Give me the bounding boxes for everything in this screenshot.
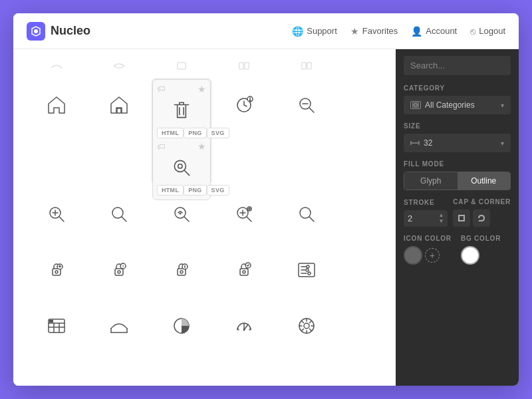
zoom-out-icon xyxy=(296,94,317,116)
svg-point-28 xyxy=(180,213,182,215)
search-icon xyxy=(108,203,130,225)
clock-alert-icon xyxy=(233,94,255,116)
hover-card-icon xyxy=(168,97,195,124)
size-dropdown[interactable]: 32 ▾ xyxy=(404,134,511,152)
svg-rect-83 xyxy=(416,102,419,104)
logo-text: Nucleo xyxy=(51,24,90,38)
icon-cell-home2[interactable] xyxy=(89,78,149,132)
svg-point-45 xyxy=(180,271,183,273)
table-icon xyxy=(46,315,67,336)
search-input[interactable] xyxy=(404,56,511,75)
cap-corner-label: CAP & CORNER xyxy=(453,198,511,205)
tag-icon: 🏷 xyxy=(157,84,166,94)
nav-account[interactable]: 👤 Account xyxy=(411,26,457,37)
svg-line-37 xyxy=(309,217,314,221)
icon-cell-zoom-in-alt[interactable] xyxy=(214,188,274,241)
icon-cell-lock-secure[interactable] xyxy=(214,243,274,297)
svg-line-78 xyxy=(302,321,304,323)
home-outline2-icon xyxy=(108,94,130,116)
icon-cell-settings-circle[interactable] xyxy=(277,299,336,352)
icon-cell-pie[interactable] xyxy=(152,299,211,352)
icon-cell-trash-expanded[interactable]: 🏷 ★ xyxy=(152,78,211,185)
bg-color-swatch-wrap xyxy=(461,246,501,265)
icon-cell-controls[interactable] xyxy=(277,243,336,297)
category-dropdown[interactable]: All Categories ▾ xyxy=(404,96,511,114)
icon-color-group: ICON COLOR + xyxy=(404,235,452,265)
stroke-value: 2 xyxy=(408,213,436,223)
icon-cell-zoom-out[interactable] xyxy=(277,78,336,132)
fill-mode-section: FILL MODE Glyph Outline xyxy=(404,160,511,190)
svg-download-btn[interactable]: SVG xyxy=(207,128,229,138)
svg-point-39 xyxy=(55,271,58,273)
icon-cell-empty2 xyxy=(339,188,396,241)
nav-links: 🌐 Support ★ Favorites 👤 Account ⎋ Logout xyxy=(292,26,505,37)
svg-rect-6 xyxy=(307,63,311,69)
icon-cell-home1[interactable] xyxy=(27,78,86,132)
icon-color-swatch-wrap: + xyxy=(404,246,452,265)
category-caret-icon: ▾ xyxy=(501,102,504,109)
partial-icon-5 xyxy=(277,56,336,76)
cap-corner-group: CAP & CORNER xyxy=(453,198,511,227)
icon-cell-lock-geo2[interactable] xyxy=(89,243,149,297)
star-empty-icon[interactable]: ★ xyxy=(198,84,206,94)
star-fav-icon[interactable]: ★ xyxy=(198,141,206,152)
svg-rect-84 xyxy=(412,106,415,108)
icon-grid: 🏷 ★ xyxy=(27,78,382,352)
svg-line-30 xyxy=(247,217,251,221)
icon-cell-dial[interactable] xyxy=(214,299,274,352)
hover-card: 🏷 ★ xyxy=(152,79,211,200)
fill-mode-buttons: Glyph Outline xyxy=(404,172,511,190)
icon-cell-zoom-in[interactable] xyxy=(27,188,86,241)
square-cap-icon xyxy=(457,213,466,223)
resize-icon xyxy=(410,140,420,146)
stroke-up-icon[interactable]: ▲ xyxy=(438,213,444,218)
icon-color-swatch[interactable] xyxy=(404,246,422,265)
partial-icon-2 xyxy=(89,56,149,76)
icon-cell-clock-alert[interactable] xyxy=(214,78,274,132)
lock-geo1-icon xyxy=(46,259,67,281)
lock-secure-icon xyxy=(233,259,255,281)
logo-area: Nucleo xyxy=(27,22,292,41)
icon-cell-bridge[interactable] xyxy=(89,299,149,352)
settings-circle-icon xyxy=(296,315,317,336)
add-color-btn[interactable]: + xyxy=(425,248,440,263)
lock-geo2-icon xyxy=(108,259,130,281)
svg-rect-4 xyxy=(245,63,249,69)
svg-download-btn2[interactable]: SVG xyxy=(207,185,229,196)
partial-icon-4 xyxy=(214,56,274,76)
grid-icon xyxy=(412,102,419,108)
nav-logout[interactable]: ⎋ Logout xyxy=(470,26,505,37)
bg-color-swatch[interactable] xyxy=(461,246,479,265)
icon-cell-search-alt[interactable] xyxy=(277,188,336,241)
png-download-btn2[interactable]: PNG xyxy=(184,185,206,196)
nav-support[interactable]: 🌐 Support xyxy=(292,26,337,37)
cap-btn-round[interactable] xyxy=(473,209,490,227)
icon-grid-area[interactable]: 🏷 ★ xyxy=(13,49,396,386)
icon-cell-lock-padlock[interactable] xyxy=(152,243,211,297)
hover-card-buttons2: HTML PNG SVG xyxy=(157,185,206,196)
pie-chart-icon xyxy=(171,315,192,336)
svg-rect-5 xyxy=(302,63,306,69)
cap-btn-square[interactable] xyxy=(453,209,470,227)
stroke-down-icon[interactable]: ▼ xyxy=(438,219,444,224)
nav-favorites[interactable]: ★ Favorites xyxy=(350,26,398,37)
icon-cell-lock-geo1[interactable] xyxy=(27,243,86,297)
icon-cell-search[interactable] xyxy=(89,188,149,241)
zoom-in-alt-icon xyxy=(233,203,255,225)
html-download-btn[interactable]: HTML xyxy=(157,128,184,138)
svg-point-12 xyxy=(178,164,182,168)
html-download-btn2[interactable]: HTML xyxy=(157,185,184,196)
svg-point-73 xyxy=(304,323,309,329)
icon-cell-empty4 xyxy=(339,299,396,352)
png-download-btn[interactable]: PNG xyxy=(184,128,206,138)
outline-btn[interactable]: Outline xyxy=(458,172,511,190)
logo-icon xyxy=(27,22,45,41)
user-icon: 👤 xyxy=(411,26,422,37)
logout-icon: ⎋ xyxy=(470,26,475,37)
icon-cell-table[interactable] xyxy=(27,299,86,352)
glyph-btn[interactable]: Glyph xyxy=(404,172,458,190)
partial-icon-1 xyxy=(27,56,86,76)
globe-icon: 🌐 xyxy=(292,26,303,37)
partial-icon-3 xyxy=(152,56,211,76)
main: 🏷 ★ xyxy=(13,49,519,386)
